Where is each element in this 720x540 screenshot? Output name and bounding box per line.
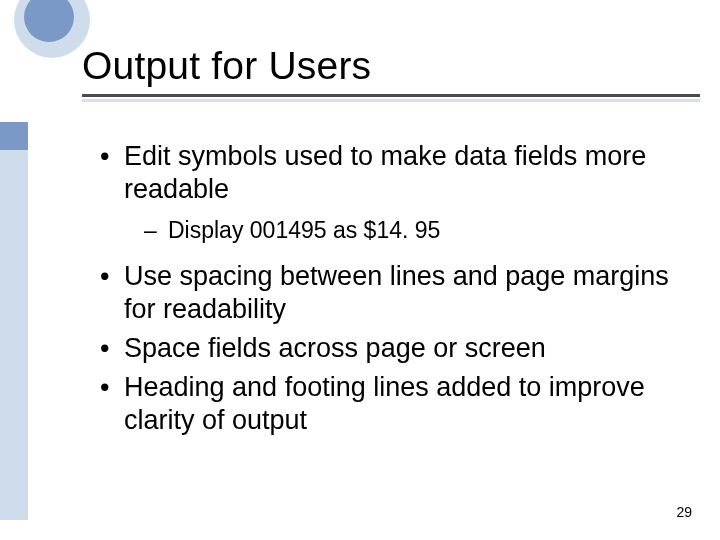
bullet-list: Edit symbols used to make data fields mo… <box>96 140 680 436</box>
content-area: Edit symbols used to make data fields mo… <box>96 140 680 442</box>
sub-bullet-text: Display 001495 as $14. 95 <box>168 217 440 243</box>
bullet-item: Space fields across page or screen <box>96 332 680 365</box>
left-accent-dark <box>0 122 28 150</box>
bullet-text: Heading and footing lines added to impro… <box>124 372 645 435</box>
title-area: Output for Users <box>82 44 700 97</box>
sub-bullet-list: Display 001495 as $14. 95 <box>124 216 680 246</box>
bullet-item: Heading and footing lines added to impro… <box>96 371 680 437</box>
bullet-item: Edit symbols used to make data fields mo… <box>96 140 680 246</box>
title-underline-accent <box>82 99 700 102</box>
page-number: 29 <box>676 504 692 520</box>
bullet-text: Use spacing between lines and page margi… <box>124 261 669 324</box>
left-accent-light <box>0 150 28 520</box>
slide-title: Output for Users <box>82 44 700 97</box>
bullet-item: Use spacing between lines and page margi… <box>96 260 680 326</box>
bullet-text: Space fields across page or screen <box>124 333 546 363</box>
bullet-text: Edit symbols used to make data fields mo… <box>124 141 646 204</box>
sub-bullet-item: Display 001495 as $14. 95 <box>138 216 680 246</box>
